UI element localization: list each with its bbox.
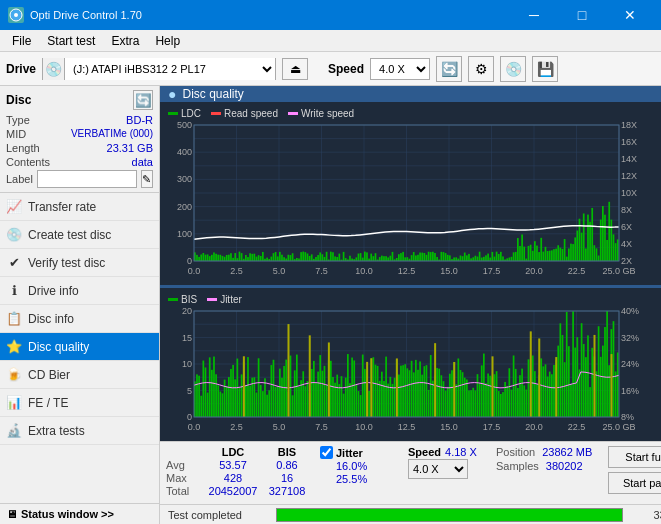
disc-label-edit-button[interactable]: ✎ xyxy=(141,170,153,188)
nav-item-verify-test-disc[interactable]: ✔Verify test disc xyxy=(0,249,159,277)
disc-contents-val: data xyxy=(132,156,153,168)
drive-select[interactable]: (J:) ATAPI iHBS312 2 PL17 xyxy=(65,58,275,80)
menu-item-extra[interactable]: Extra xyxy=(103,32,147,50)
chart-header: ● Disc quality xyxy=(160,86,661,102)
progress-area: Test completed 33:15 xyxy=(160,504,661,524)
status-window-button[interactable]: 🖥 Status window >> xyxy=(0,503,159,524)
max-label: Max xyxy=(166,472,204,484)
nav-item-transfer-rate[interactable]: 📈Transfer rate xyxy=(0,193,159,221)
avg-jitter: 16.0% xyxy=(320,460,400,472)
start-full-button[interactable]: Start full xyxy=(608,446,661,468)
nav-label-create-test-disc: Create test disc xyxy=(28,228,111,242)
drive-label: Drive xyxy=(6,62,36,76)
disc-mid-val: VERBATIMe (000) xyxy=(71,128,153,140)
avg-bis: 0.86 xyxy=(262,459,312,471)
settings-button[interactable]: ⚙ xyxy=(468,56,494,82)
nav-label-disc-info: Disc info xyxy=(28,312,74,326)
close-button[interactable]: ✕ xyxy=(607,0,653,30)
nav-icon-disc-info: 📋 xyxy=(6,311,22,327)
nav-item-cd-bier[interactable]: 🍺CD Bier xyxy=(0,361,159,389)
start-part-button[interactable]: Start part xyxy=(608,472,661,494)
menu-item-start-test[interactable]: Start test xyxy=(39,32,103,50)
action-buttons: Start full Start part xyxy=(608,446,661,494)
top-legend-ldc: LDC xyxy=(168,108,201,119)
menu-item-help[interactable]: Help xyxy=(147,32,188,50)
top-chart-container: LDCRead speedWrite speed xyxy=(160,102,661,285)
bottom-chart xyxy=(164,307,654,437)
nav-item-fe-te[interactable]: 📊FE / TE xyxy=(0,389,159,417)
speed-header: Speed xyxy=(408,446,441,458)
left-panel: Disc 🔄 Type BD-R MID VERBATIMe (000) Len… xyxy=(0,86,160,524)
nav-item-extra-tests[interactable]: 🔬Extra tests xyxy=(0,417,159,445)
status-window-label: Status window >> xyxy=(21,508,114,520)
disc-section: Disc 🔄 Type BD-R MID VERBATIMe (000) Len… xyxy=(0,86,159,193)
disc-label-input[interactable] xyxy=(37,170,137,188)
nav-label-fe-te: FE / TE xyxy=(28,396,68,410)
disc-section-label: Disc xyxy=(6,93,31,107)
menu-item-file[interactable]: File xyxy=(4,32,39,50)
nav-item-disc-quality[interactable]: ⭐Disc quality xyxy=(0,333,159,361)
nav-icon-drive-info: ℹ xyxy=(6,283,22,299)
nav-label-extra-tests: Extra tests xyxy=(28,424,85,438)
position-value: 23862 MB xyxy=(542,446,592,458)
speed-select[interactable]: 4.0 X xyxy=(370,58,430,80)
nav-item-drive-info[interactable]: ℹDrive info xyxy=(0,277,159,305)
jitter-checkbox[interactable] xyxy=(320,446,333,459)
top-legend-read-speed: Read speed xyxy=(211,108,278,119)
legend-color xyxy=(288,112,298,115)
disc-label-row: Label ✎ xyxy=(6,170,153,188)
top-chart xyxy=(164,121,654,281)
nav-label-disc-quality: Disc quality xyxy=(28,340,89,354)
avg-ldc: 53.57 xyxy=(204,459,262,471)
legend-color xyxy=(168,298,178,301)
jitter-section: Jitter 16.0% 25.5% xyxy=(320,446,400,485)
disc-mid-key: MID xyxy=(6,128,26,140)
app-icon xyxy=(8,7,24,23)
nav-item-disc-info[interactable]: 📋Disc info xyxy=(0,305,159,333)
disc-length-row: Length 23.31 GB xyxy=(6,142,153,154)
nav-icon-cd-bier: 🍺 xyxy=(6,367,22,383)
disc-label-key: Label xyxy=(6,173,33,185)
jitter-header: Jitter xyxy=(336,447,363,459)
minimize-button[interactable]: ─ xyxy=(511,0,557,30)
speed-section: Speed 4.18 X 4.0 X xyxy=(408,446,488,479)
charts-area: LDCRead speedWrite speed BISJitter xyxy=(160,102,661,441)
speed-stats-select[interactable]: 4.0 X xyxy=(408,459,468,479)
progress-bar-container xyxy=(276,508,623,522)
drive-toolbar: Drive 💿 (J:) ATAPI iHBS312 2 PL17 ⏏ Spee… xyxy=(0,52,661,86)
eject-button[interactable]: ⏏ xyxy=(282,58,308,80)
speed-value: 4.18 X xyxy=(445,446,477,458)
disc-type-row: Type BD-R xyxy=(6,114,153,126)
main-layout: Disc 🔄 Type BD-R MID VERBATIMe (000) Len… xyxy=(0,86,661,524)
nav-label-transfer-rate: Transfer rate xyxy=(28,200,96,214)
app-title: Opti Drive Control 1.70 xyxy=(30,9,142,21)
right-panel: ● Disc quality LDCRead speedWrite speed … xyxy=(160,86,661,524)
legend-color xyxy=(168,112,178,115)
nav-label-verify-test-disc: Verify test disc xyxy=(28,256,105,270)
disc-button[interactable]: 💿 xyxy=(500,56,526,82)
nav-icon-create-test-disc: 💿 xyxy=(6,227,22,243)
nav-icon-verify-test-disc: ✔ xyxy=(6,255,22,271)
bis-header: BIS xyxy=(262,446,312,458)
status-text: Test completed xyxy=(168,509,268,521)
nav-item-create-test-disc[interactable]: 💿Create test disc xyxy=(0,221,159,249)
refresh-button[interactable]: 🔄 xyxy=(436,56,462,82)
legend-color xyxy=(211,112,221,115)
status-window-icon: 🖥 xyxy=(6,508,17,520)
nav-icon-fe-te: 📊 xyxy=(6,395,22,411)
title-bar: Opti Drive Control 1.70 ─ □ ✕ xyxy=(0,0,661,30)
nav-icon-extra-tests: 🔬 xyxy=(6,423,22,439)
maximize-button[interactable]: □ xyxy=(559,0,605,30)
top-legend-write-speed: Write speed xyxy=(288,108,354,119)
chart-header-icon: ● xyxy=(168,86,176,102)
total-bis: 327108 xyxy=(262,485,312,497)
stats-bar: LDC BIS Avg 53.57 0.86 Max 428 16 Tota xyxy=(160,441,661,504)
save-button[interactable]: 💾 xyxy=(532,56,558,82)
max-bis: 16 xyxy=(262,472,312,484)
nav-icon-transfer-rate: 📈 xyxy=(6,199,22,215)
bottom-legend-bis: BIS xyxy=(168,294,197,305)
nav-menu: 📈Transfer rate💿Create test disc✔Verify t… xyxy=(0,193,159,445)
bottom-legend-jitter: Jitter xyxy=(207,294,242,305)
disc-refresh-button[interactable]: 🔄 xyxy=(133,90,153,110)
disc-type-val: BD-R xyxy=(126,114,153,126)
